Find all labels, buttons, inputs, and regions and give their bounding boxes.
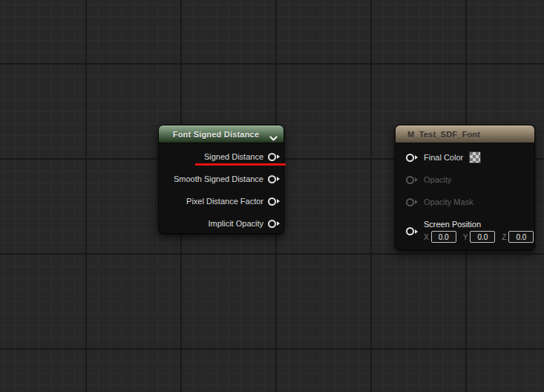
output-row-signed-distance: Signed Distance bbox=[159, 146, 284, 168]
input-pin-opacity bbox=[406, 176, 418, 184]
pin-circle-icon bbox=[268, 153, 276, 161]
input-pin-screen-position[interactable] bbox=[406, 227, 418, 235]
axis-y-label: Y bbox=[463, 233, 468, 241]
pin-arrow-icon bbox=[415, 200, 418, 204]
output-label: Smooth Signed Distance bbox=[174, 174, 263, 183]
output-row-implicit-opacity: Implicit Opacity bbox=[159, 212, 284, 235]
pin-circle-icon bbox=[406, 154, 414, 162]
pin-circle-icon bbox=[268, 197, 276, 206]
pin-circle-icon bbox=[406, 198, 414, 206]
pin-circle-icon bbox=[406, 176, 414, 184]
output-pin-smooth-signed-distance[interactable] bbox=[268, 175, 280, 183]
screen-position-z-input[interactable] bbox=[508, 231, 534, 243]
node-title: M_Test_SDF_Font bbox=[396, 130, 480, 139]
final-color-preview-swatch bbox=[469, 151, 481, 163]
input-label: Opacity Mask bbox=[424, 197, 473, 206]
pin-arrow-icon bbox=[415, 177, 418, 182]
pin-circle-icon bbox=[268, 220, 276, 228]
node-header[interactable]: Font Signed Distance bbox=[159, 125, 284, 143]
input-label: Final Color bbox=[424, 153, 463, 162]
graph-canvas[interactable]: { "canvas": { "background_color": "#2727… bbox=[0, 0, 544, 392]
axis-x-label: X bbox=[424, 233, 429, 241]
input-pin-opacity-mask bbox=[406, 198, 418, 206]
input-pin-final-color[interactable] bbox=[406, 154, 418, 162]
node-header[interactable]: M_Test_SDF_Font bbox=[396, 125, 534, 143]
pin-circle-icon bbox=[406, 227, 414, 235]
input-row-screen-position: Screen Position X Y Z bbox=[396, 220, 534, 243]
pin-arrow-icon bbox=[277, 221, 280, 226]
pin-arrow-icon bbox=[277, 177, 280, 181]
screen-position-x-input[interactable] bbox=[431, 231, 456, 243]
pin-circle-icon bbox=[268, 175, 276, 183]
output-label: Implicit Opacity bbox=[208, 219, 263, 228]
screen-position-vector-fields: X Y Z bbox=[424, 231, 534, 243]
input-row-opacity: Opacity bbox=[396, 169, 534, 191]
output-row-pixel-distance-factor: Pixel Distance Factor bbox=[159, 190, 284, 212]
node-material-result[interactable]: M_Test_SDF_Font Final Color Opacity Opac… bbox=[395, 125, 535, 250]
pin-arrow-icon bbox=[277, 199, 280, 203]
axis-z-label: Z bbox=[502, 233, 506, 241]
collapse-chevron-icon[interactable] bbox=[269, 131, 278, 145]
input-row-opacity-mask: Opacity Mask bbox=[396, 191, 534, 213]
output-label: Pixel Distance Factor bbox=[186, 197, 263, 206]
pin-arrow-icon bbox=[277, 154, 280, 159]
screen-position-y-input[interactable] bbox=[470, 231, 495, 243]
output-label: Signed Distance bbox=[204, 152, 263, 161]
input-row-final-color: Final Color bbox=[396, 146, 534, 169]
node-title: Font Signed Distance bbox=[159, 130, 284, 139]
input-label: Opacity bbox=[424, 175, 451, 184]
node-font-signed-distance[interactable]: Font Signed Distance Signed Distance Smo… bbox=[158, 125, 284, 234]
pin-arrow-icon bbox=[415, 229, 418, 234]
annotation-underline bbox=[195, 163, 286, 166]
output-pin-pixel-distance-factor[interactable] bbox=[268, 197, 280, 206]
pin-arrow-icon bbox=[415, 155, 418, 160]
output-pin-signed-distance[interactable] bbox=[268, 153, 280, 161]
input-label: Screen Position bbox=[424, 220, 534, 229]
output-row-smooth-signed-distance: Smooth Signed Distance bbox=[159, 168, 284, 190]
output-pin-implicit-opacity[interactable] bbox=[268, 220, 280, 228]
